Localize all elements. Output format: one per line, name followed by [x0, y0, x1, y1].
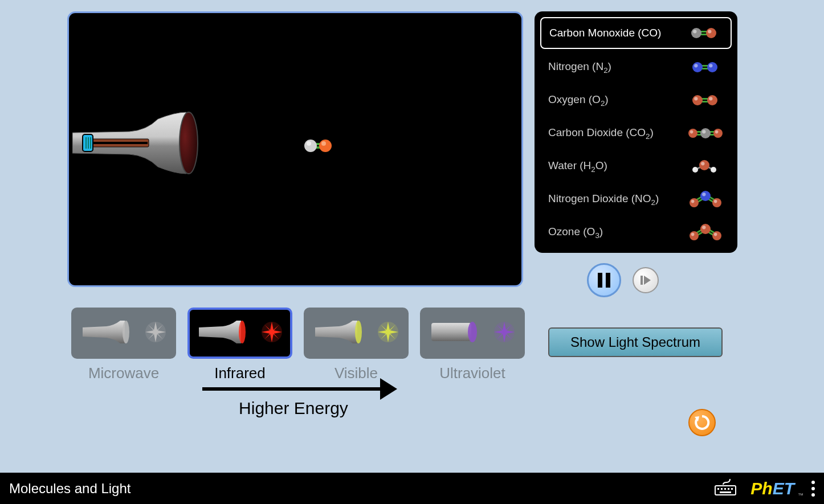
molecule-label: Nitrogen Dioxide (NO2)	[548, 192, 659, 207]
svg-rect-83	[728, 488, 729, 490]
svg-point-77	[468, 322, 477, 342]
energy-label: Higher Energy	[197, 399, 390, 418]
molecule-label: Carbon Dioxide (CO2)	[548, 126, 654, 141]
light-tile	[187, 308, 292, 359]
molecule-icon-o2	[672, 91, 724, 109]
svg-point-67	[700, 224, 711, 234]
reset-icon	[694, 414, 711, 431]
playback-controls	[587, 263, 659, 297]
sim-title: Molecules and Light	[9, 481, 714, 497]
svg-point-64	[691, 233, 695, 236]
svg-point-30	[709, 97, 712, 100]
svg-rect-85	[720, 491, 731, 493]
pause-button[interactable]	[587, 263, 621, 297]
step-icon	[639, 274, 652, 286]
reset-button[interactable]	[688, 409, 716, 436]
observation-window	[67, 11, 523, 287]
svg-point-74	[355, 321, 362, 343]
svg-point-9	[304, 140, 317, 152]
molecule-option-no2[interactable]: Nitrogen Dioxide (NO2)	[540, 185, 732, 214]
svg-point-68	[702, 226, 705, 229]
svg-point-28	[694, 97, 697, 100]
svg-point-24	[709, 64, 712, 67]
svg-point-21	[692, 62, 703, 72]
svg-point-57	[700, 191, 711, 201]
photon-emitter[interactable]	[72, 109, 203, 177]
light-source-selector: Microwave Infrared	[71, 308, 525, 382]
energy-arrow: Higher Energy	[197, 387, 390, 418]
molecule-option-n2[interactable]: Nitrogen (N2)	[540, 52, 732, 82]
svg-rect-82	[724, 488, 726, 490]
svg-rect-3	[83, 134, 93, 151]
spectrum-button-label: Show Light Spectrum	[570, 334, 700, 350]
svg-point-15	[691, 28, 701, 38]
molecule-option-o3[interactable]: Ozone (O3)	[540, 218, 732, 247]
svg-point-63	[690, 231, 699, 240]
show-light-spectrum-button[interactable]: Show Light Spectrum	[548, 327, 723, 357]
svg-point-54	[691, 200, 695, 203]
svg-point-16	[693, 30, 696, 33]
svg-point-48	[701, 162, 704, 165]
svg-point-18	[708, 30, 711, 33]
flashlight-icon	[195, 316, 252, 350]
molecule-option-co2[interactable]: Carbon Dioxide (CO2)	[540, 118, 732, 148]
molecule-icon-o3	[672, 223, 724, 241]
svg-point-39	[700, 128, 711, 138]
molecule-label: Water (H2O)	[548, 159, 607, 174]
svg-point-38	[715, 130, 719, 134]
svg-point-29	[707, 95, 717, 105]
svg-point-36	[690, 130, 694, 134]
molecule-option-co[interactable]: Carbon Monoxide (CO)	[540, 17, 732, 49]
light-burst-icon	[143, 319, 168, 347]
svg-point-0	[180, 112, 198, 174]
pause-icon	[598, 273, 610, 288]
svg-point-45	[711, 167, 716, 173]
svg-point-70	[123, 321, 129, 343]
svg-point-35	[688, 129, 697, 138]
molecule-label: Ozone (O3)	[548, 226, 603, 240]
molecule-icon-n2	[672, 58, 724, 76]
svg-point-72	[239, 321, 246, 343]
svg-point-11	[319, 140, 332, 152]
svg-point-17	[706, 28, 716, 38]
light-source-infrared[interactable]: Infrared	[187, 308, 292, 382]
molecule-icon-no2	[672, 190, 724, 208]
svg-rect-2	[87, 142, 148, 144]
light-label: Infrared	[187, 364, 292, 382]
molecule-option-h2o[interactable]: Water (H2O)	[540, 151, 732, 181]
keyboard-icon[interactable]	[714, 478, 737, 499]
flashlight-icon	[312, 316, 369, 350]
light-source-ultraviolet[interactable]: Ultraviolet	[420, 308, 525, 382]
svg-point-58	[702, 192, 705, 196]
svg-point-55	[712, 198, 721, 207]
molecule-label: Nitrogen (N2)	[548, 60, 611, 75]
light-label: Microwave	[71, 364, 176, 382]
light-source-microwave[interactable]: Microwave	[71, 308, 176, 382]
light-burst-icon	[376, 319, 401, 347]
flashlight-icon	[428, 316, 485, 350]
step-button[interactable]	[633, 267, 659, 293]
bottom-bar: Molecules and Light PhET ™	[0, 473, 824, 504]
light-source-visible[interactable]: Visible	[304, 308, 409, 382]
svg-point-27	[692, 95, 703, 105]
arrow-icon	[202, 387, 385, 391]
menu-button[interactable]	[811, 481, 815, 497]
svg-point-66	[714, 233, 717, 236]
molecule-icon-co2	[672, 124, 724, 142]
svg-rect-76	[431, 323, 471, 341]
svg-point-12	[321, 141, 326, 146]
svg-point-47	[699, 160, 709, 170]
molecule-option-o2[interactable]: Oxygen (O2)	[540, 85, 732, 115]
phet-logo[interactable]: PhET	[750, 479, 794, 498]
light-tile	[304, 308, 409, 359]
svg-rect-69	[641, 276, 643, 285]
flashlight-icon	[79, 316, 136, 350]
trademark: ™	[798, 492, 803, 504]
svg-point-65	[712, 231, 721, 240]
svg-point-53	[690, 198, 699, 207]
svg-point-10	[307, 141, 311, 146]
light-tile	[71, 308, 176, 359]
svg-rect-80	[717, 488, 719, 490]
svg-rect-81	[721, 488, 723, 490]
svg-point-40	[702, 130, 705, 133]
